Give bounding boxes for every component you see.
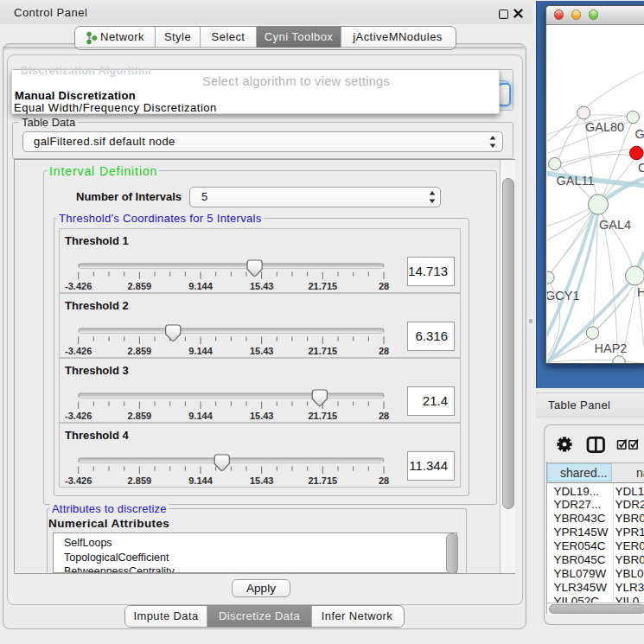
svg-text:21.715: 21.715 [309, 411, 338, 421]
svg-text:GCY1: GCY1 [547, 288, 580, 302]
svg-text:HAP2: HAP2 [594, 341, 627, 355]
svg-text:9.144: 9.144 [188, 411, 213, 421]
svg-text:HI: HI [637, 285, 644, 299]
svg-text:-3.426: -3.426 [65, 475, 92, 486]
svg-text:2.859: 2.859 [128, 346, 152, 356]
svg-text:GAL7: GAL7 [634, 126, 644, 140]
svg-text:GAL4: GAL4 [599, 218, 631, 232]
svg-text:21.715: 21.715 [309, 346, 338, 356]
svg-text:28: 28 [379, 475, 389, 486]
svg-text:15.43: 15.43 [250, 281, 274, 291]
svg-text:28: 28 [379, 281, 389, 291]
svg-text:15.43: 15.43 [250, 346, 274, 356]
svg-text:21.715: 21.715 [309, 475, 338, 486]
svg-text:GAL80: GAL80 [585, 120, 624, 134]
svg-text:9.144: 9.144 [188, 281, 213, 291]
svg-text:9.144: 9.144 [188, 346, 213, 356]
svg-text:9.144: 9.144 [188, 475, 213, 486]
svg-text:2.859: 2.859 [128, 281, 152, 291]
svg-text:15.43: 15.43 [250, 411, 274, 421]
svg-text:21.715: 21.715 [309, 281, 338, 291]
svg-text:-3.426: -3.426 [65, 411, 92, 421]
svg-text:-3.426: -3.426 [65, 346, 92, 356]
svg-text:28: 28 [379, 346, 389, 356]
svg-text:15.43: 15.43 [250, 475, 274, 486]
svg-text:28: 28 [379, 411, 389, 421]
svg-text:2.859: 2.859 [128, 475, 152, 486]
svg-text:GAL11: GAL11 [556, 173, 594, 187]
svg-text:2.859: 2.859 [128, 411, 152, 421]
svg-text:CD: CD [638, 161, 644, 175]
svg-text:-3.426: -3.426 [65, 281, 92, 291]
